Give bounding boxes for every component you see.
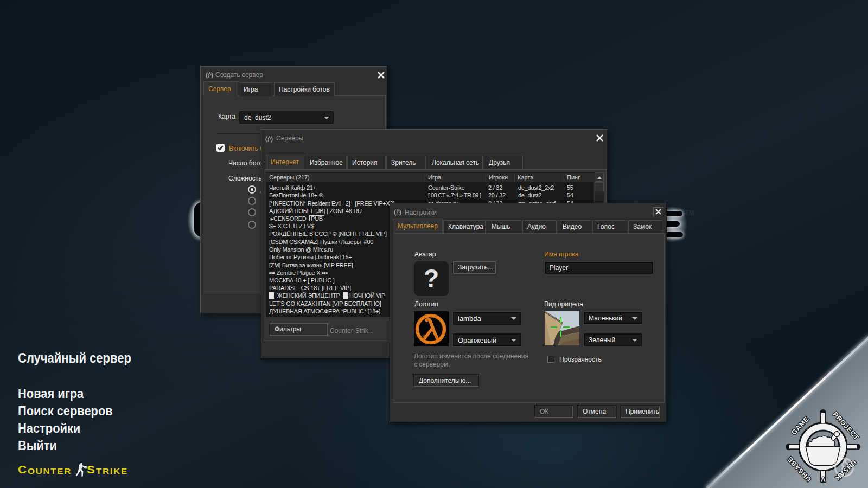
svg-text:V: V — [820, 476, 825, 483]
